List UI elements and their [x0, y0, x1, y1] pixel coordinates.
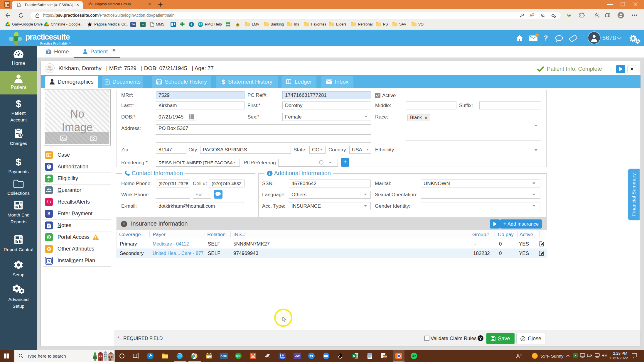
svg-text:PDF: PDF — [382, 356, 387, 358]
svg-text:$: $ — [19, 134, 21, 137]
svg-text:R: R — [520, 354, 521, 356]
svg-text:$: $ — [48, 259, 50, 263]
